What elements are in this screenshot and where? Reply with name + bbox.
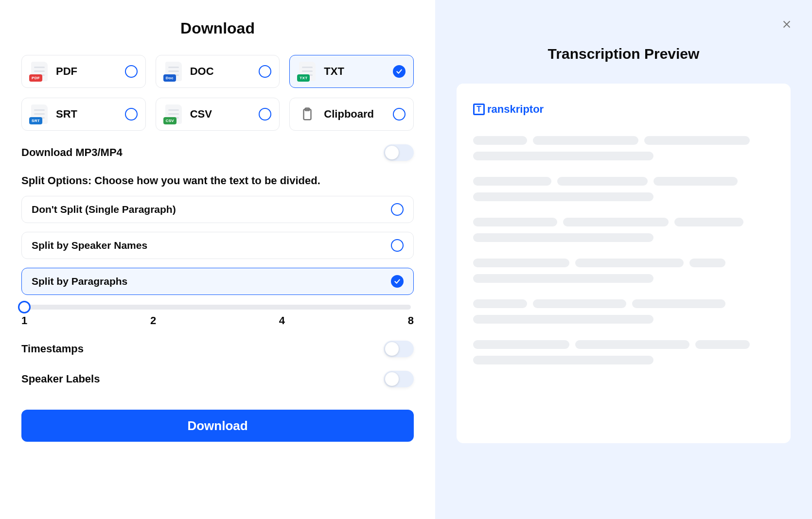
skeleton-bar — [473, 218, 557, 226]
download-media-label: Download MP3/MP4 — [21, 146, 123, 159]
skeleton-bar — [674, 218, 743, 226]
split-option-label-1: Split by Speaker Names — [32, 240, 147, 251]
split-option-2[interactable]: Split by Paragraphs — [21, 268, 414, 295]
skeleton-block-2 — [473, 218, 774, 242]
paragraph-slider: 1 2 4 8 — [21, 305, 414, 327]
file-pdf-icon: PDF — [30, 61, 49, 82]
skeleton-bar — [653, 177, 738, 186]
download-media-toggle[interactable] — [384, 144, 414, 161]
format-option-srt[interactable]: SRTSRT — [21, 98, 146, 131]
download-media-row: Download MP3/MP4 — [21, 144, 414, 161]
split-option-label-0: Don't Split (Single Paragraph) — [32, 204, 176, 215]
skeleton-block-3 — [473, 259, 774, 283]
format-label-pdf: PDF — [56, 65, 118, 78]
skeleton-bar — [473, 152, 653, 160]
skeleton-bar — [473, 340, 569, 349]
skeleton-block-1 — [473, 177, 774, 201]
file-doc-icon: Doc — [164, 61, 183, 82]
slider-mark-1: 1 — [21, 314, 27, 327]
skeleton-bar — [473, 177, 551, 186]
download-button[interactable]: Download — [21, 410, 414, 442]
split-radio-1 — [391, 239, 404, 252]
format-label-srt: SRT — [56, 108, 118, 121]
close-icon — [781, 19, 792, 30]
brand-badge-icon: T — [473, 104, 485, 115]
format-option-clipboard[interactable]: Clipboard — [289, 98, 414, 131]
skeleton-bar — [473, 356, 653, 364]
timestamps-row: Timestamps — [21, 341, 414, 357]
slider-thumb[interactable] — [18, 301, 31, 313]
skeleton-bar — [533, 299, 626, 308]
download-button-label: Download — [187, 418, 247, 433]
skeleton-bar — [644, 136, 750, 145]
skeleton-bar — [689, 259, 725, 267]
preview-card: T ranskriptor — [457, 84, 791, 443]
format-radio-csv — [259, 108, 271, 121]
skeleton-block-0 — [473, 136, 774, 160]
split-options-list: Don't Split (Single Paragraph)Split by S… — [21, 196, 414, 304]
skeleton-bar — [473, 299, 527, 308]
skeleton-bar — [575, 340, 689, 349]
timestamps-toggle[interactable] — [384, 341, 414, 357]
slider-mark-2: 2 — [150, 314, 156, 327]
speaker-labels-toggle[interactable] — [384, 371, 414, 387]
split-options-heading: Split Options: Choose how you want the t… — [21, 174, 414, 187]
brand-logo: T ranskriptor — [473, 103, 774, 116]
split-radio-2 — [391, 275, 404, 288]
timestamps-label: Timestamps — [21, 343, 84, 355]
split-option-1[interactable]: Split by Speaker Names — [21, 232, 414, 259]
skeleton-bar — [557, 177, 648, 186]
format-radio-pdf — [125, 65, 138, 78]
skeleton-bar — [473, 233, 653, 242]
split-option-label-2: Split by Paragraphs — [32, 276, 127, 287]
preview-panel: Transcription Preview T ranskriptor — [435, 0, 812, 519]
skeleton-bar — [473, 315, 653, 324]
speaker-labels-label: Speaker Labels — [21, 373, 100, 385]
speaker-labels-row: Speaker Labels — [21, 371, 414, 387]
brand-name: ranskriptor — [487, 103, 544, 116]
skeleton-bar — [533, 136, 638, 145]
skeleton-bar — [473, 192, 653, 201]
skeleton-block-4 — [473, 299, 774, 324]
preview-skeleton — [473, 136, 774, 364]
file-txt-icon: TXT — [298, 61, 317, 82]
slider-labels: 1 2 4 8 — [21, 314, 414, 327]
split-option-0[interactable]: Don't Split (Single Paragraph) — [21, 196, 414, 223]
format-label-txt: TXT — [324, 65, 386, 78]
download-panel: Download PDFPDFDocDOCTXTTXTSRTSRTCSVCSVC… — [0, 0, 435, 519]
skeleton-bar — [632, 299, 725, 308]
slider-track[interactable] — [24, 305, 411, 310]
download-title: Download — [21, 19, 414, 37]
format-option-pdf[interactable]: PDFPDF — [21, 55, 146, 88]
skeleton-bar — [695, 340, 749, 349]
slider-mark-4: 4 — [279, 314, 285, 327]
skeleton-bar — [563, 218, 669, 226]
format-radio-doc — [259, 65, 271, 78]
format-radio-txt — [393, 65, 406, 78]
format-option-doc[interactable]: DocDOC — [156, 55, 280, 88]
format-label-doc: DOC — [190, 65, 252, 78]
skeleton-bar — [473, 274, 653, 283]
slider-mark-8: 8 — [408, 314, 414, 327]
format-option-csv[interactable]: CSVCSV — [156, 98, 280, 131]
skeleton-block-5 — [473, 340, 774, 364]
file-srt-icon: SRT — [30, 104, 49, 125]
brand-letter: T — [477, 105, 481, 113]
skeleton-bar — [575, 259, 684, 267]
format-grid: PDFPDFDocDOCTXTTXTSRTSRTCSVCSVClipboard — [21, 55, 414, 131]
format-radio-clipboard — [393, 108, 406, 121]
close-button[interactable] — [780, 17, 794, 31]
preview-title: Transcription Preview — [457, 46, 791, 62]
clipboard-icon — [298, 104, 317, 125]
format-label-clipboard: Clipboard — [324, 108, 386, 121]
format-option-txt[interactable]: TXTTXT — [289, 55, 414, 88]
skeleton-bar — [473, 259, 569, 267]
format-label-csv: CSV — [190, 108, 252, 121]
file-csv-icon: CSV — [164, 104, 183, 125]
skeleton-bar — [473, 136, 527, 145]
split-radio-0 — [391, 203, 404, 216]
format-radio-srt — [125, 108, 138, 121]
